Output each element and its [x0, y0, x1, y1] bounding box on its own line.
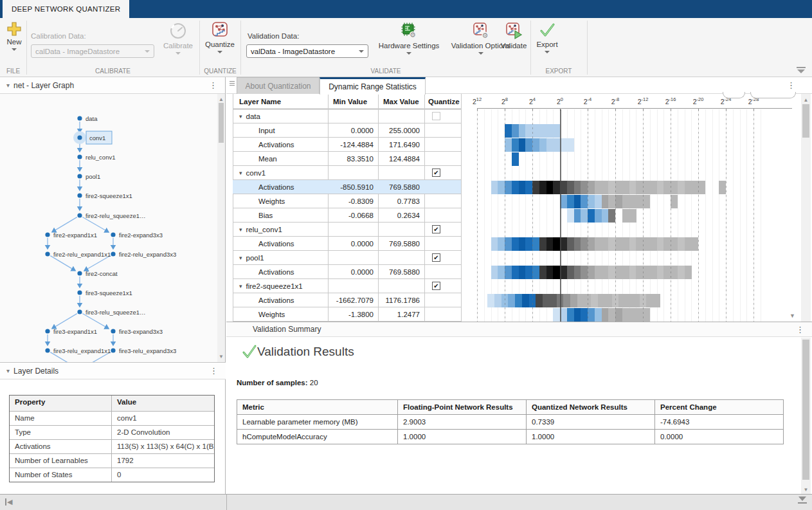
stats-row-weights[interactable]: Weights-1.38001.2477 — [233, 307, 461, 322]
stats-row-weights[interactable]: Weights-0.83090.7783 — [233, 194, 461, 208]
collapse-caret-icon[interactable]: ▾ — [239, 113, 242, 120]
export-dropdown-arrow[interactable] — [545, 51, 550, 53]
stats-row-activations[interactable]: Activations-850.5910769.5880 — [233, 180, 461, 194]
scroll-up-icon[interactable]: ▲ — [217, 96, 225, 102]
layer-details-table: Property Value Name conv1 Type 2-D Convo… — [9, 395, 215, 482]
new-dropdown-arrow[interactable] — [12, 48, 17, 51]
graph-node-data[interactable] — [77, 116, 82, 120]
graph-scrollbar-thumb[interactable] — [219, 103, 224, 143]
graph-node-fire2-concat[interactable] — [77, 271, 82, 275]
graph-node-conv1[interactable] — [77, 135, 82, 140]
layer-graph-menu-icon[interactable]: ⋮ — [209, 81, 217, 89]
quantize-checkbox-checked[interactable]: ✔ — [432, 168, 440, 177]
graph-node-fire2-relu_expand3x3[interactable] — [111, 251, 115, 256]
histogram-cell — [608, 195, 615, 208]
validation-options-dropdown-arrow[interactable] — [478, 52, 483, 55]
status-bar: ◀ — [0, 494, 812, 510]
validation-data-combo[interactable]: valData - ImageDatastore — [246, 44, 368, 58]
collapse-bottom-panel-button[interactable] — [798, 496, 807, 504]
graph-node-fire3-expand1x1[interactable] — [45, 329, 50, 333]
stats-row-relu_conv1[interactable]: ▾relu_conv1✔ — [233, 223, 461, 237]
quantize-checkbox-unchecked[interactable] — [432, 112, 440, 120]
stats-row-input[interactable]: Input0.0000255.0000 — [233, 123, 461, 138]
minor-gridline — [650, 109, 651, 322]
calibrate-button[interactable]: Calibrate — [159, 22, 197, 55]
graph-node-relu_conv1[interactable] — [77, 154, 82, 159]
quantize-checkbox-checked[interactable]: ✔ — [432, 225, 440, 233]
validation-scrollbar-thumb[interactable] — [802, 340, 809, 480]
graph-node-fire3-expand3x3[interactable] — [111, 329, 115, 333]
collapse-caret-icon[interactable]: ▾ — [239, 170, 242, 176]
graph-node-fire3-relu_expand3x3[interactable] — [111, 348, 115, 352]
quantize-checkbox-checked[interactable]: ✔ — [432, 282, 440, 290]
scroll-down-icon[interactable]: ▼ — [801, 487, 811, 493]
histogram-cell — [636, 266, 643, 279]
scroll-up-icon[interactable]: ▲ — [801, 97, 811, 103]
clipped-toolbar-button[interactable] — [750, 92, 796, 98]
new-button[interactable]: New — [2, 22, 26, 51]
stats-row-conv1[interactable]: ▾conv1✔ — [233, 166, 461, 180]
document-menu-icon[interactable]: ⋮ — [787, 81, 795, 89]
stats-row-bias[interactable]: Bias-0.06680.2634 — [233, 208, 461, 223]
calibration-data-combo[interactable]: calData - ImageDatastore — [31, 44, 154, 58]
export-button[interactable]: Export — [532, 22, 562, 53]
stats-scrollbar[interactable]: ▲ — [801, 94, 811, 322]
graph-node-fire2-squeeze1x1[interactable] — [77, 193, 82, 197]
graph-node-pool1[interactable] — [77, 174, 82, 178]
histogram-cell — [643, 266, 650, 279]
minor-gridline — [491, 109, 492, 322]
hardware-settings-dropdown-arrow[interactable] — [406, 52, 411, 55]
quantize-dropdown-arrow[interactable] — [217, 51, 222, 53]
graph-node-fire3-relu_expand1x1[interactable] — [45, 348, 50, 352]
number-of-samples: Number of samples: 20 — [237, 379, 318, 387]
stats-scrollbar-thumb[interactable] — [802, 104, 809, 138]
histogram-cell — [602, 266, 609, 279]
scroll-down-icon[interactable]: ▼ — [217, 354, 225, 360]
quantize-button[interactable]: Quantize — [202, 22, 238, 53]
graph-node-fire2-relu_expand1x1[interactable] — [45, 251, 50, 256]
dynamic-range-histogram[interactable]: 2122824202-42-82-122-162-202-242-28 — [474, 94, 801, 322]
collapse-caret-icon[interactable]: ▾ — [6, 82, 10, 89]
tab-about-quantization[interactable]: About Quantization — [237, 77, 320, 94]
details-row-type: Type 2-D Convolution — [10, 425, 214, 439]
collapse-caret-icon[interactable]: ▾ — [239, 226, 242, 233]
value-cell: 2-D Convolution — [112, 426, 214, 439]
drag-grip-icon[interactable] — [230, 81, 235, 87]
graph-scrollbar[interactable]: ▲ ▼ — [217, 94, 225, 362]
validation-summary-menu-icon[interactable]: ⋮ — [796, 325, 804, 334]
toolstrip-ribbon: New Calibration Data: calData - ImageDat… — [0, 18, 812, 77]
zero-exponent-line — [560, 109, 561, 322]
collapse-left-panel-button[interactable]: ◀ — [5, 498, 12, 506]
collapse-ribbon-button[interactable] — [797, 67, 806, 73]
calibrate-dropdown-arrow[interactable] — [176, 52, 181, 55]
graph-node-fire2-expand3x3[interactable] — [111, 232, 115, 237]
graph-node-fire3-squeeze1x1[interactable] — [77, 290, 82, 295]
histogram-cell — [643, 237, 650, 251]
scroll-down-icon[interactable]: ▼ — [789, 313, 795, 319]
histogram-cell — [581, 195, 588, 208]
quantize-checkbox-checked[interactable]: ✔ — [432, 253, 440, 262]
graph-node-fire3-relu_squeeze1[interactable] — [77, 309, 82, 314]
app-tab[interactable]: DEEP NETWORK QUANTIZER — [3, 0, 129, 18]
validation-scrollbar[interactable]: ▼ — [801, 338, 811, 495]
stats-row-activations[interactable]: Activations-1662.70791176.1786 — [233, 293, 461, 307]
stats-row-data[interactable]: ▾data — [233, 109, 461, 123]
stats-row-mean[interactable]: Mean83.3510124.4884 — [233, 152, 461, 166]
collapse-caret-icon[interactable]: ▾ — [6, 367, 10, 374]
collapse-caret-icon[interactable]: ▾ — [239, 255, 242, 261]
collapse-caret-icon[interactable]: ▾ — [239, 283, 242, 289]
clipped-toolbar-button[interactable] — [723, 92, 745, 98]
stats-row-pool1[interactable]: ▾pool1✔ — [233, 251, 461, 265]
tab-dynamic-range-statistics[interactable]: Dynamic Range Statistics — [320, 77, 426, 95]
layer-details-menu-icon[interactable]: ⋮ — [210, 367, 218, 375]
stats-row-activations[interactable]: Activations0.0000769.5880 — [233, 265, 461, 279]
validate-button[interactable]: Validate — [496, 22, 531, 50]
details-row-learnables: Number of Learnables 1792 — [10, 453, 214, 468]
graph-node-fire2-relu_squeeze1[interactable] — [77, 213, 82, 217]
stats-row-fire2-squeeze1x1[interactable]: ▾fire2-squeeze1x1✔ — [233, 279, 461, 293]
stats-row-activations[interactable]: Activations-124.4884171.6490 — [233, 138, 461, 152]
layer-graph-canvas[interactable]: dataconv1relu_conv1pool1fire2-squeeze1x1… — [0, 94, 217, 362]
hardware-settings-button[interactable]: ⚙ Hardware Settings — [374, 22, 444, 55]
graph-node-fire2-expand1x1[interactable] — [45, 232, 50, 237]
stats-row-activations[interactable]: Activations0.0000769.5880 — [233, 237, 461, 251]
